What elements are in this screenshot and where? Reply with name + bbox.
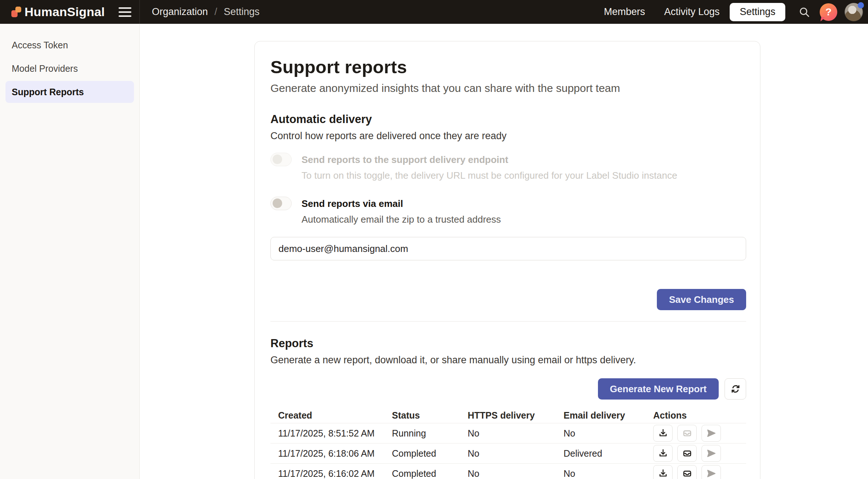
reports-table: Created Status HTTPS delivery Email deli… [270, 408, 746, 479]
cell-status: Completed [392, 448, 468, 459]
col-email-delivery: Email delivery [564, 410, 653, 421]
page-title: Support reports [270, 57, 745, 77]
sidebar-item-label: Access Token [12, 40, 68, 51]
nav-members[interactable]: Members [594, 6, 655, 18]
help-icon[interactable]: ? [820, 3, 837, 21]
cell-https: No [468, 448, 564, 459]
sidebar-item-support-reports[interactable]: Support Reports [5, 81, 134, 103]
sidebar-item-model-providers[interactable]: Model Providers [5, 57, 134, 79]
col-created: Created [270, 410, 392, 421]
cell-email: No [564, 428, 653, 439]
toggle-knob [273, 155, 282, 164]
section-divider [270, 321, 746, 322]
cell-https: No [468, 468, 564, 479]
automatic-delivery-heading: Automatic delivery [270, 113, 745, 126]
cell-email: Delivered [564, 448, 653, 459]
avatar-status-badge [858, 2, 864, 8]
cell-created: 11/17/2025, 6:18:06 AM [270, 448, 392, 459]
humansignal-logo: HumanSignal [11, 5, 105, 19]
col-https-delivery: HTTPS delivery [468, 410, 564, 421]
user-avatar[interactable] [845, 3, 863, 21]
search-icon[interactable] [796, 4, 812, 20]
cell-created: 11/17/2025, 6:16:02 AM [270, 468, 392, 479]
toggle-row-https-delivery: Send reports to the support delivery end… [270, 153, 745, 181]
https-toggle-helper: To turn on this toggle, the delivery URL… [302, 170, 677, 181]
https-delivery-toggle [270, 153, 292, 166]
send-icon [706, 448, 717, 458]
sidebar-item-access-token[interactable]: Access Token [5, 34, 134, 56]
settings-sidebar: Access Token Model Providers Support Rep… [0, 24, 140, 479]
generate-new-report-button[interactable]: Generate New Report [598, 378, 719, 400]
table-row: 11/17/2025, 8:51:52 AM Running No No [270, 423, 746, 443]
send-icon [706, 468, 717, 479]
cell-status: Completed [392, 468, 468, 479]
inbox-icon [682, 428, 692, 438]
topbar-left: HumanSignal [0, 0, 140, 24]
download-report-button[interactable] [653, 425, 673, 442]
email-toggle-label: Send reports via email [302, 198, 501, 209]
trusted-email-input[interactable] [270, 237, 746, 260]
menu-icon[interactable] [119, 7, 131, 17]
download-icon [658, 448, 668, 458]
reports-heading: Reports [270, 337, 745, 350]
download-report-button[interactable] [653, 465, 673, 479]
table-row: 11/17/2025, 6:16:02 AM Completed No No [270, 463, 746, 479]
breadcrumb: Organization / Settings [152, 6, 259, 18]
automatic-delivery-section: Automatic delivery Control how reports a… [270, 113, 745, 310]
col-actions: Actions [653, 410, 746, 421]
email-report-button[interactable] [677, 445, 697, 462]
send-report-button [701, 465, 721, 479]
send-report-button [701, 425, 721, 442]
cell-status: Running [392, 428, 468, 439]
inbox-icon [682, 448, 692, 458]
save-changes-button[interactable]: Save Changes [657, 289, 746, 310]
email-toggle-helper: Automatically email the zip to a trusted… [302, 214, 501, 225]
cell-email: No [564, 468, 653, 479]
support-reports-card: Support reports Generate anonymized insi… [254, 41, 760, 479]
email-report-button[interactable] [677, 465, 697, 479]
topbar-right: Members Activity Logs Settings ? [594, 3, 868, 21]
breadcrumb-separator: / [214, 6, 217, 18]
main-content: Support reports Generate anonymized insi… [140, 24, 868, 479]
breadcrumb-organization[interactable]: Organization [152, 6, 208, 18]
table-header-row: Created Status HTTPS delivery Email deli… [270, 408, 746, 423]
cell-created: 11/17/2025, 8:51:52 AM [270, 428, 392, 439]
refresh-button[interactable] [725, 378, 746, 400]
refresh-icon [730, 383, 741, 394]
table-row: 11/17/2025, 6:18:06 AM Completed No Deli… [270, 443, 746, 463]
breadcrumb-settings: Settings [224, 6, 260, 18]
download-icon [658, 428, 668, 438]
inbox-icon [682, 468, 692, 479]
toggle-knob [273, 198, 282, 208]
reports-section: Reports Generate a new report, download … [270, 337, 745, 479]
email-report-button [677, 425, 697, 442]
nav-settings-active[interactable]: Settings [730, 3, 785, 21]
col-status: Status [392, 410, 468, 421]
cell-https: No [468, 428, 564, 439]
send-icon [706, 428, 717, 438]
toggle-row-email-delivery: Send reports via email Automatically ema… [270, 197, 745, 225]
sidebar-item-label: Support Reports [12, 87, 84, 97]
send-report-button [701, 445, 721, 462]
email-delivery-toggle[interactable] [270, 197, 292, 210]
brand-name: HumanSignal [25, 5, 105, 19]
https-toggle-label: Send reports to the support delivery end… [302, 154, 677, 166]
nav-activity-logs[interactable]: Activity Logs [655, 6, 729, 18]
topbar: HumanSignal Organization / Settings Memb… [0, 0, 868, 24]
page-subtitle: Generate anonymized insights that you ca… [270, 82, 745, 94]
automatic-delivery-description: Control how reports are delivered once t… [270, 130, 745, 142]
reports-description: Generate a new report, download it, or s… [270, 354, 745, 366]
download-icon [658, 468, 668, 479]
download-report-button[interactable] [653, 445, 673, 462]
sidebar-item-label: Model Providers [12, 63, 78, 74]
humansignal-logo-icon [11, 7, 21, 18]
